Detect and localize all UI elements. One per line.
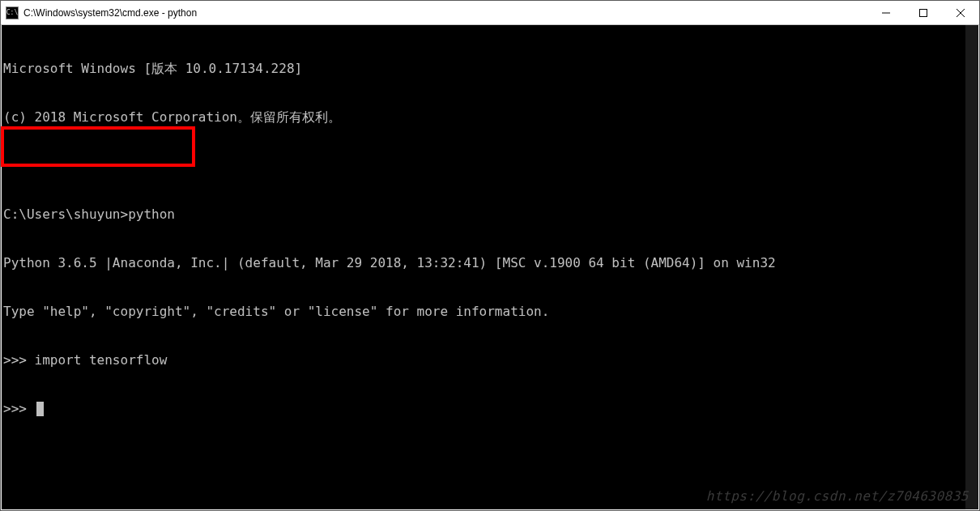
maximize-button[interactable]: [905, 1, 942, 24]
cmd-icon: C:\: [6, 6, 19, 19]
cmd-icon-label: C:\: [6, 9, 18, 16]
svg-rect-1: [920, 9, 927, 16]
terminal-line: (c) 2018 Microsoft Corporation。保留所有权利。: [3, 109, 977, 126]
close-icon: [957, 9, 965, 17]
cursor: [36, 402, 44, 416]
terminal-area[interactable]: Microsoft Windows [版本 10.0.17134.228] (c…: [2, 25, 978, 509]
terminal-line: >>>: [3, 401, 977, 417]
terminal-line: Type "help", "copyright", "credits" or "…: [3, 304, 977, 320]
cmd-window: C:\ C:\Windows\system32\cmd.exe - python…: [0, 0, 980, 511]
prompt: >>>: [3, 401, 35, 416]
maximize-icon: [919, 9, 927, 17]
minimize-button[interactable]: [867, 1, 905, 24]
watermark: https://blog.csdn.net/z704630835: [706, 488, 969, 505]
window-controls: [867, 1, 979, 24]
window-title: C:\Windows\system32\cmd.exe - python: [23, 7, 867, 19]
terminal-line: Python 3.6.5 |Anaconda, Inc.| (default, …: [3, 255, 977, 271]
terminal-line: C:\Users\shuyun>python: [3, 207, 977, 223]
minimize-icon: [882, 9, 890, 17]
terminal-line: >>> import tensorflow: [3, 352, 977, 368]
terminal-line: [3, 158, 977, 174]
close-button[interactable]: [942, 1, 979, 24]
scrollbar[interactable]: [965, 25, 978, 509]
terminal-line: Microsoft Windows [版本 10.0.17134.228]: [3, 61, 977, 77]
titlebar[interactable]: C:\ C:\Windows\system32\cmd.exe - python: [1, 1, 979, 25]
